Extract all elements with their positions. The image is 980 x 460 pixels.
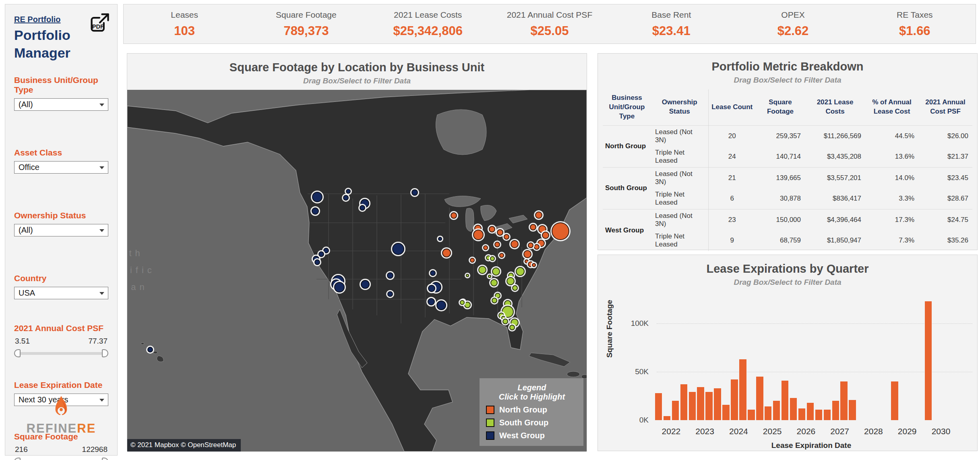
table-cell[interactable]: 3.3%	[865, 188, 918, 209]
column-header[interactable]: Square Footage	[756, 89, 805, 125]
bar[interactable]	[672, 401, 679, 420]
slider-handle-max[interactable]	[102, 349, 108, 357]
pdf-export-button[interactable]: PDF	[88, 12, 111, 34]
table-row[interactable]: South GroupLeased (Not 3N)21139,665$3,55…	[603, 167, 972, 188]
location-bubble[interactable]	[360, 205, 365, 211]
group-name[interactable]: North Group	[603, 125, 651, 167]
cost-psf-slider[interactable]	[14, 349, 108, 358]
location-bubble[interactable]	[492, 267, 500, 276]
table-cell[interactable]: 9	[708, 230, 756, 251]
bar[interactable]	[824, 410, 831, 420]
location-bubble[interactable]	[483, 245, 488, 250]
location-bubble[interactable]	[430, 270, 436, 276]
location-bubble[interactable]	[494, 242, 500, 247]
bar[interactable]	[840, 381, 848, 420]
table-cell[interactable]: Triple Net Leased	[651, 230, 708, 251]
location-bubble[interactable]	[442, 249, 451, 257]
location-bubble[interactable]	[528, 242, 533, 248]
bar[interactable]	[815, 410, 823, 420]
location-bubble[interactable]	[530, 224, 536, 230]
bar[interactable]	[773, 401, 780, 420]
table-cell[interactable]: Leased (Not 3N)	[651, 209, 708, 230]
table-cell[interactable]: $3,435,208	[805, 146, 865, 167]
table-cell[interactable]: $3,557,201	[805, 167, 865, 188]
location-bubble[interactable]	[438, 237, 442, 241]
bar[interactable]	[765, 406, 772, 420]
bar[interactable]	[832, 401, 839, 420]
bar[interactable]	[849, 400, 856, 420]
bar[interactable]	[705, 392, 713, 420]
business-unit-dropdown[interactable]: (All)	[14, 98, 108, 111]
table-cell[interactable]: $1,850,947	[805, 230, 865, 251]
bar-plot-area[interactable]: 0K50K100K2022202320242025202620272028202…	[654, 295, 968, 420]
location-bubble[interactable]	[489, 226, 495, 232]
table-cell[interactable]: 17.3%	[865, 209, 918, 230]
table-cell[interactable]: $26.00	[918, 125, 972, 146]
table-cell[interactable]: 23	[708, 209, 756, 230]
ownership-status-dropdown[interactable]: (All)	[14, 224, 108, 236]
location-bubble[interactable]	[490, 279, 498, 286]
location-bubble[interactable]	[516, 267, 525, 276]
column-header[interactable]: Lease Count	[708, 89, 756, 125]
location-bubble[interactable]	[532, 263, 536, 267]
location-bubble[interactable]	[534, 244, 540, 250]
slider-track[interactable]	[15, 352, 108, 355]
map-attribution[interactable]: © 2021 Mapbox © OpenStreetMap	[127, 439, 241, 452]
location-bubble[interactable]	[343, 195, 349, 201]
country-dropdown[interactable]: USA	[14, 287, 108, 299]
location-bubble[interactable]	[523, 250, 531, 258]
table-cell[interactable]: 44.5%	[865, 125, 918, 146]
table-row[interactable]: Triple Net Leased630,878$836,4173.3%$28.…	[603, 188, 972, 209]
bar[interactable]	[739, 359, 746, 420]
table-row[interactable]: West GroupLeased (Not 3N)23150,000$4,396…	[603, 209, 972, 230]
re-portfolio-link[interactable]: RE Portfolio	[14, 15, 61, 24]
table-cell[interactable]: 14.0%	[865, 167, 918, 188]
location-bubble[interactable]	[502, 319, 508, 324]
bar[interactable]	[722, 405, 730, 420]
location-bubble[interactable]	[535, 211, 542, 219]
location-bubble[interactable]	[512, 285, 518, 291]
table-cell[interactable]: Leased (Not 3N)	[651, 125, 708, 146]
bar[interactable]	[790, 398, 797, 420]
table-cell[interactable]: $21.37	[918, 146, 972, 167]
bar[interactable]	[925, 301, 932, 420]
column-header[interactable]: 2021 Lease Costs	[805, 89, 865, 125]
location-bubble[interactable]	[504, 234, 509, 240]
table-cell[interactable]: Triple Net Leased	[651, 146, 708, 167]
bar[interactable]	[748, 410, 755, 420]
bar[interactable]	[798, 408, 806, 420]
location-bubble[interactable]	[460, 300, 465, 305]
table-cell[interactable]: $24.75	[918, 209, 972, 230]
table-row[interactable]: Triple Net Leased24140,714$3,435,20813.6…	[603, 146, 972, 167]
column-header[interactable]: % of Annual Lease Cost	[865, 89, 918, 125]
bar[interactable]	[731, 379, 738, 420]
table-row[interactable]: Triple Net Leased968,759$1,850,9477.3%$3…	[603, 230, 972, 251]
table-cell[interactable]: $35.26	[918, 230, 972, 251]
column-header[interactable]: Business Unit/Group Type	[603, 89, 651, 125]
bar[interactable]	[807, 403, 814, 420]
location-bubble[interactable]	[511, 240, 519, 248]
table-cell[interactable]: 6	[708, 188, 756, 209]
location-bubble[interactable]	[492, 298, 497, 303]
table-cell[interactable]: 24	[708, 146, 756, 167]
group-name[interactable]: South Group	[603, 167, 651, 209]
bar[interactable]	[756, 377, 763, 420]
location-bubble[interactable]	[312, 207, 319, 215]
group-name[interactable]: West Group	[603, 209, 651, 251]
location-bubble[interactable]	[323, 248, 329, 253]
location-bubble[interactable]	[387, 272, 393, 279]
table-cell[interactable]: 21	[708, 167, 756, 188]
bar[interactable]	[782, 381, 789, 420]
location-bubble[interactable]	[387, 291, 393, 297]
location-bubble[interactable]	[312, 192, 323, 202]
column-header[interactable]: 2021 Annual Cost PSF	[918, 89, 972, 125]
bar[interactable]	[714, 388, 721, 420]
table-cell[interactable]: $23.45	[918, 167, 972, 188]
location-bubble[interactable]	[147, 347, 153, 352]
table-cell[interactable]: 30,878	[756, 188, 805, 209]
location-bubble[interactable]	[318, 251, 324, 257]
table-cell[interactable]: $11,266,569	[805, 125, 865, 146]
table-cell[interactable]: 20	[708, 125, 756, 146]
location-bubble[interactable]	[451, 212, 457, 219]
legend-item[interactable]: North Group	[486, 405, 578, 414]
